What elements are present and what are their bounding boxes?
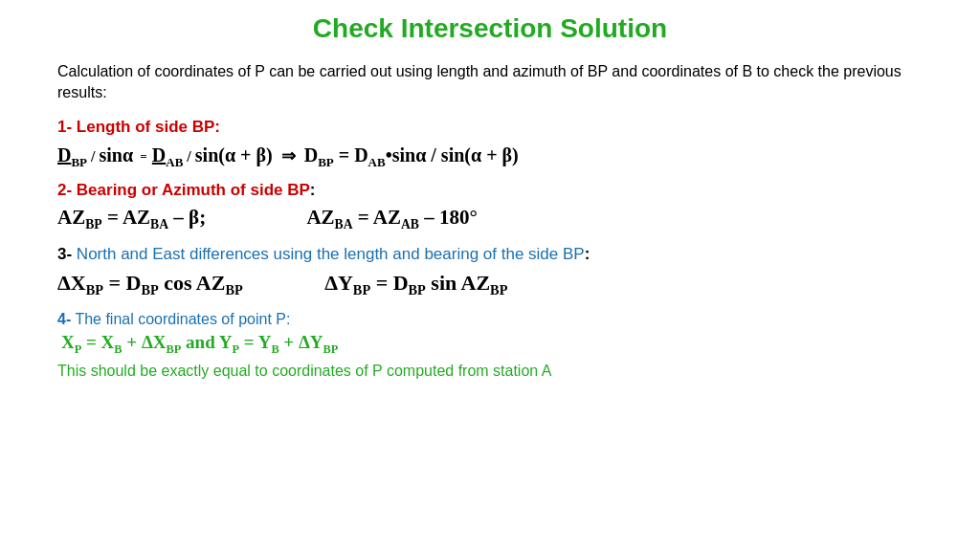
section-3-formula: ΔXBP = DBP cos AZBP ΔYBP = DBP sin AZBP [57, 267, 923, 301]
section-4-heading: 4- The final coordinates of point P: [57, 311, 923, 328]
section-1-formula: DBP / sinα = DAB / sin(α + β) ⇒ DBP = DA… [57, 141, 923, 172]
section-4: 4- The final coordinates of point P: XP … [57, 311, 923, 380]
section-2: 2- Bearing or Azimuth of side BP: AZBP =… [57, 181, 923, 235]
section-1-heading: 1- Length of side BP: [57, 118, 923, 137]
section-1: 1- Length of side BP: DBP / sinα = DAB /… [57, 118, 923, 172]
section-4-note: This should be exactly equal to coordina… [57, 363, 923, 380]
section-4-formula: XP = XB + ΔXBP and YP = YB + ΔYBP [61, 332, 923, 357]
section-2-formula: AZBP = AZBA – β; AZBA = AZAB – 180° [57, 203, 923, 235]
page-title: Check Intersection Solution [57, 13, 923, 44]
section-3: 3- North and East differences using the … [57, 245, 923, 301]
section-3-heading: 3- North and East differences using the … [57, 245, 923, 264]
section-2-heading: 2- Bearing or Azimuth of side BP: [57, 181, 923, 200]
intro-text: Calculation of coordinates of P can be c… [57, 61, 923, 104]
